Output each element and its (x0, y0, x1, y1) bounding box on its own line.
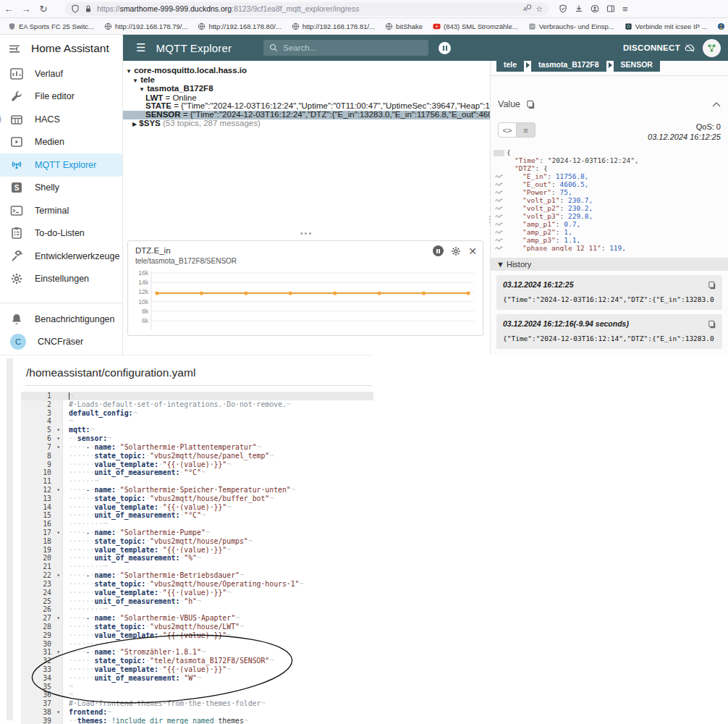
sidebar-item-hacs[interactable]: HACS (0, 108, 122, 131)
json-row[interactable]: "DTZ": { (491, 164, 728, 172)
bookmark-item[interactable]: Verbinde mit icsee IP ... (621, 21, 711, 32)
json-row[interactable]: "volt_p1": 230.7, (491, 196, 728, 204)
url-bar[interactable]: https://smarthome-999-999.duckdns.org:81… (65, 2, 549, 16)
forward-icon[interactable]: → (17, 4, 35, 14)
history-section-header[interactable]: ▼ History (491, 258, 728, 271)
fold-arrow-icon[interactable]: ▾ (56, 648, 60, 657)
tree-expander-icon[interactable]: ▼ (132, 77, 138, 84)
topic-chip-sensor[interactable]: SENSOR (614, 61, 660, 72)
json-row[interactable]: "amp_p1": 0.7, (491, 220, 728, 228)
code-line-10[interactable]: 10······unit_of_measurement:·"°C"¬ (21, 468, 373, 477)
code-line-20[interactable]: 20······unit_of_measurement:·"%"¬ (21, 554, 373, 563)
fold-arrow-icon[interactable]: ▾ (56, 571, 60, 580)
sidebar-item-to-do-listen[interactable]: To-do-Listen (0, 222, 122, 245)
sidebar-item-file-editor[interactable]: File editor (0, 85, 122, 109)
lock-icon[interactable] (84, 4, 93, 13)
account-icon[interactable] (591, 4, 599, 13)
code-line-5[interactable]: 5▾mqtt:¬ (21, 426, 373, 434)
code-line-33[interactable]: 33······value_template:·"{{·(value)·}}"¬ (21, 665, 373, 674)
sidebar-item-cncfr-ser[interactable]: CCNCFräser (0, 331, 122, 354)
code-line-34[interactable]: 34······unit_of_measurement:·"W"¬ (21, 674, 373, 683)
json-row[interactable]: { (491, 148, 728, 156)
bookmark-item[interactable]: bitShake (381, 21, 426, 32)
code-line-16[interactable]: 16········¬ (21, 520, 373, 529)
topic-chip-tele[interactable]: tele (496, 61, 524, 72)
code-line-12[interactable]: 12▾····-·name:·"Solarthermie·Speicher·Te… (21, 486, 373, 494)
tree-expander-icon[interactable]: ▼ (126, 68, 132, 75)
horizontal-resize-handle[interactable]: ••• (123, 229, 490, 237)
copy-history-icon[interactable] (708, 281, 716, 290)
fold-arrow-icon[interactable]: ▾ (56, 614, 60, 623)
tree-node--sys[interactable]: ▶ $SYS (53 topics, 287 messages) (123, 119, 490, 129)
json-row[interactable]: "volt_p3": 229.8, (491, 212, 728, 220)
bookmark-item[interactable]: EA Sports FC 25 Switc... (4, 21, 98, 32)
sidebar-panel-icon[interactable] (606, 4, 615, 13)
code-line-36[interactable]: 36¬ (21, 691, 373, 699)
sidebar-item-medien[interactable]: Medien (0, 131, 122, 154)
topic-chip-tasmota_b172f8[interactable]: tasmota_B172F8 (531, 61, 606, 72)
code-line-18[interactable]: 18······state_topic:·"vbus2mqtt/house/pu… (21, 537, 373, 546)
code-line-4[interactable]: 4¬ (21, 417, 373, 426)
back-icon[interactable]: ← (0, 4, 17, 14)
fold-arrow-icon[interactable]: ▾ (56, 708, 60, 717)
fold-arrow-icon[interactable]: ▾ (56, 426, 60, 434)
mqtt-menu-icon[interactable]: ☰ (136, 41, 145, 54)
fold-arrow-icon[interactable]: ▾ (56, 486, 60, 494)
json-row[interactable]: "Time": "2024-12-03T16:12:24", (491, 156, 728, 164)
code-editor[interactable]: 1¬2#·Loads·default·set·of·integrations.·… (21, 392, 373, 724)
json-row[interactable]: "E_in": 11756.8, (491, 172, 728, 180)
code-line-30[interactable]: 30········¬ (21, 640, 373, 649)
sidebar-item-entwicklerwerkzeuge[interactable]: Entwicklerwerkzeuge (0, 245, 122, 268)
json-row[interactable]: "amp_p2": 1, (491, 228, 728, 236)
code-line-17[interactable]: 17▾····-·name:·"Solarthermie·Pumpe"¬ (21, 529, 373, 537)
code-line-8[interactable]: 8······state_topic:·"vbus2mqtt/house/pan… (21, 452, 373, 460)
bookmark-item[interactable]: http://192.168.178.81/... (288, 21, 378, 32)
code-line-14[interactable]: 14······value_template:·"{{·(value)·}}"¬ (21, 503, 373, 512)
code-line-35[interactable]: 35¬ (21, 683, 373, 691)
pause-updates-icon[interactable] (439, 42, 451, 54)
sidebar-item-shelly[interactable]: SShelly (0, 177, 122, 200)
code-line-15[interactable]: 15······unit_of_measurement:·"°C"¬ (21, 511, 373, 520)
raw-view-toggle[interactable]: <> (498, 122, 517, 138)
code-line-21[interactable]: 21········¬ (21, 563, 373, 571)
code-line-39[interactable]: 39··themes:·!include_dir_merge_named·the… (21, 717, 373, 724)
history-entry[interactable]: 03.12.2024 16:12:25{"Time":"2024-12-03T1… (496, 275, 722, 310)
chart-settings-icon[interactable] (451, 246, 461, 256)
copy-history-icon[interactable] (708, 320, 716, 329)
code-line-31[interactable]: 31▾····-·name:·"Stromzähler·1.8.1"¬ (21, 648, 373, 657)
code-line-27[interactable]: 27▾····-·name:·"Solarthermie·VBUS·Apapte… (21, 614, 373, 623)
code-line-24[interactable]: 24······value_template:·"{{·(value)·}}"¬ (21, 589, 373, 597)
sidebar-item-einstellungen[interactable]: Einstellungen (0, 268, 122, 291)
code-line-3[interactable]: 3default_config:¬ (21, 409, 373, 418)
code-line-25[interactable]: 25······unit_of_measurement:·"h"¬ (21, 597, 373, 606)
sidebar-item-benachrichtigungen[interactable]: Benachrichtigungen (0, 308, 122, 331)
structured-view-toggle[interactable]: ≡ (517, 122, 536, 138)
code-line-32[interactable]: 32······state_topic:·"tele/tasmota_B172F… (21, 657, 373, 665)
tree-expander-icon[interactable]: ▶ (132, 121, 137, 127)
fold-arrow-icon[interactable]: ▾ (56, 443, 60, 452)
chart-pause-icon[interactable] (433, 245, 444, 256)
sidebar-toggle-icon[interactable] (9, 44, 21, 54)
copy-value-icon[interactable] (526, 100, 536, 109)
bookmark-item[interactable]: Verbrauchs- und Einsp... (525, 21, 618, 32)
code-line-2[interactable]: 2#·Loads·default·set·of·integrations.·Do… (21, 400, 373, 409)
bookmark-item[interactable]: Let's Encrypt Zertifikat... (714, 21, 728, 32)
sidebar-item-terminal[interactable]: Terminal (0, 199, 122, 222)
bookmark-item[interactable]: http://192.168.178.80/... (194, 21, 284, 32)
code-line-29[interactable]: 29······value_template:·"{{·(value)·}}"¬ (21, 631, 373, 640)
code-line-19[interactable]: 19······value_template:·"{{·(value)·}}"¬ (21, 546, 373, 555)
code-line-6[interactable]: 6▾··sensor:¬ (21, 434, 373, 443)
code-line-37[interactable]: 37#·Load·frontend·themes·from·the·themes… (21, 699, 373, 708)
tree-expander-icon[interactable]: ▼ (139, 86, 145, 93)
bookmark-item[interactable]: http://192.168.178.79/... (101, 21, 191, 32)
url-text[interactable]: https://smarthome-999-999.duckdns.org:81… (97, 4, 359, 13)
fold-arrow-icon[interactable]: ▾ (56, 434, 60, 443)
code-line-23[interactable]: 23······state_topic:·"vbus2mqtt/house/Op… (21, 580, 373, 589)
permissions-shield-icon[interactable] (559, 4, 567, 13)
sidebar-item-mqtt-explorer[interactable]: MQTT Explorer (0, 153, 122, 177)
tracking-shield-icon[interactable] (71, 4, 80, 13)
json-row[interactable]: "amp_p3": 1.1, (491, 236, 728, 244)
json-row[interactable]: "phase_angle_12_11": 119, (491, 244, 728, 251)
fold-arrow-icon[interactable]: ▾ (56, 529, 60, 537)
code-line-7[interactable]: 7▾····-·name:·"Solarthermie·Plattentempe… (21, 443, 373, 452)
